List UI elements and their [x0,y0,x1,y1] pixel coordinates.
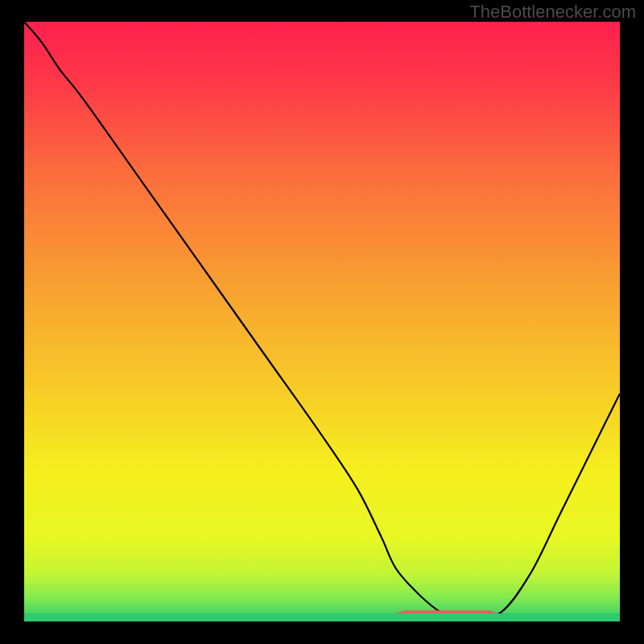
plot-svg [24,22,620,621]
plot-area [24,22,620,621]
bottom-green-band [24,613,620,621]
watermark-text: TheBottlenecker.com [469,2,636,23]
gradient-rect [24,22,620,621]
chart-frame: TheBottlenecker.com [0,0,644,644]
